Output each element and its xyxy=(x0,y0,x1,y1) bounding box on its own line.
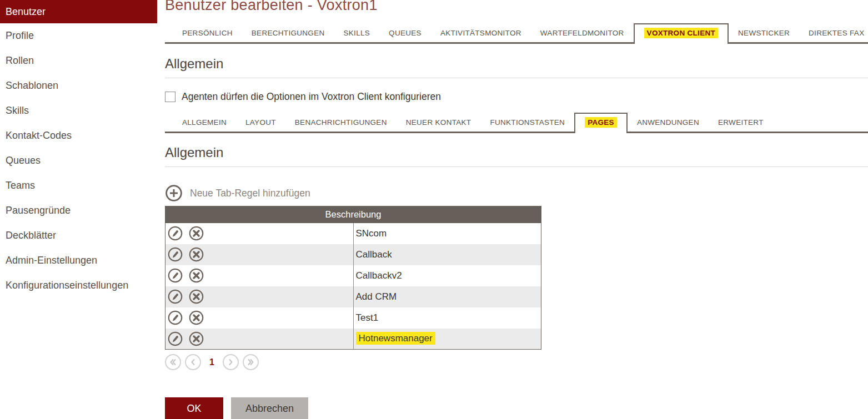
sidebar: Benutzer Profile Rollen Schablonen Skill… xyxy=(0,0,157,419)
sidebar-item-benutzer[interactable]: Benutzer xyxy=(0,0,157,23)
subtab-anwendungen[interactable]: ANWENDUNGEN xyxy=(628,114,709,132)
delete-button[interactable] xyxy=(189,268,204,283)
subtab-benachrichtigungen[interactable]: BENACHRICHTIGUNGEN xyxy=(285,114,397,132)
delete-x-icon xyxy=(189,226,204,241)
table-row: SNcom xyxy=(165,223,541,244)
sidebar-item-profile[interactable]: Profile xyxy=(0,23,157,48)
tab-rules-table: Beschreibung SNcom xyxy=(165,206,541,350)
edit-pencil-icon xyxy=(168,310,183,325)
prev-page-button[interactable] xyxy=(185,354,201,370)
edit-button[interactable] xyxy=(168,289,183,304)
next-page-icon xyxy=(226,357,235,367)
subtab-neuer-kontakt[interactable]: NEUER KONTAKT xyxy=(397,114,481,132)
tab-voxtron-client[interactable]: VOXTRON CLIENT xyxy=(634,23,729,44)
delete-x-icon xyxy=(189,268,204,283)
page-title: Benutzer bearbeiten - Voxtron1 xyxy=(165,0,868,14)
edit-pencil-icon xyxy=(168,226,183,241)
main-content: Benutzer bearbeiten - Voxtron1 PERSÖNLIC… xyxy=(165,0,868,419)
edit-button[interactable] xyxy=(168,226,183,241)
agent-options-checkbox-row: Agenten dürfen die Optionen im Voxtron C… xyxy=(165,91,868,103)
table-header-beschreibung: Beschreibung xyxy=(165,206,541,223)
delete-button[interactable] xyxy=(189,331,204,346)
tab-skills[interactable]: SKILLS xyxy=(334,24,380,42)
plus-circle-icon xyxy=(165,184,183,202)
current-page-number: 1 xyxy=(209,357,214,367)
tab-aktivitätsmonitor[interactable]: AKTIVITÄTSMONITOR xyxy=(431,24,531,42)
action-buttons: OK Abbrechen xyxy=(165,397,868,419)
table-row: Hotnewsmanager xyxy=(165,329,541,350)
delete-button[interactable] xyxy=(189,289,204,304)
edit-pencil-icon xyxy=(168,331,183,346)
sidebar-item-admin-einstellungen[interactable]: Admin-Einstellungen xyxy=(0,248,157,273)
edit-button[interactable] xyxy=(168,268,183,283)
delete-x-icon xyxy=(189,331,204,346)
rule-description: Callback xyxy=(356,249,392,260)
tab-berechtigungen[interactable]: BERECHTIGUNGEN xyxy=(242,24,334,42)
main-tabbar: PERSÖNLICH BERECHTIGUNGEN SKILLS QUEUES … xyxy=(165,23,868,44)
delete-button[interactable] xyxy=(189,310,204,325)
delete-x-icon xyxy=(189,310,204,325)
subtab-layout[interactable]: LAYOUT xyxy=(236,114,285,132)
sidebar-item-schablonen[interactable]: Schablonen xyxy=(0,73,157,98)
first-page-icon xyxy=(168,357,178,367)
sidebar-item-kontakt-codes[interactable]: Kontakt-Codes xyxy=(0,123,157,148)
subtab-allgemein[interactable]: ALLGEMEIN xyxy=(173,114,236,132)
edit-pencil-icon xyxy=(168,247,183,262)
table-row: Callbackv2 xyxy=(165,265,541,286)
tab-persönlich[interactable]: PERSÖNLICH xyxy=(173,24,242,42)
edit-pencil-icon xyxy=(168,289,183,304)
subtab-funktionstasten[interactable]: FUNKTIONSTASTEN xyxy=(480,114,574,132)
sub-tabbar: ALLGEMEIN LAYOUT BENACHRICHTIGUNGEN NEUE… xyxy=(165,113,868,133)
tab-newsticker[interactable]: NEWSTICKER xyxy=(729,24,799,42)
edit-pencil-icon xyxy=(168,268,183,283)
delete-x-icon xyxy=(189,247,204,262)
sidebar-item-pausengründe[interactable]: Pausengründe xyxy=(0,198,157,223)
rule-description: Add CRM xyxy=(356,291,397,302)
sidebar-item-rollen[interactable]: Rollen xyxy=(0,48,157,73)
edit-button[interactable] xyxy=(168,310,183,325)
cancel-button[interactable]: Abbrechen xyxy=(231,397,308,419)
subtab-erweitert[interactable]: ERWEITERT xyxy=(709,114,773,132)
next-page-button[interactable] xyxy=(223,354,239,370)
first-page-button[interactable] xyxy=(165,354,181,370)
table-body: SNcom Callback xyxy=(165,223,541,350)
tab-direktes-fax[interactable]: DIREKTES FAX xyxy=(799,24,868,42)
last-page-icon xyxy=(246,357,255,367)
delete-button[interactable] xyxy=(189,226,204,241)
sidebar-item-skills[interactable]: Skills xyxy=(0,98,157,123)
sidebar-item-queues[interactable]: Queues xyxy=(0,148,157,173)
section-heading-allgemein-2: Allgemein xyxy=(165,145,868,167)
ok-button[interactable]: OK xyxy=(165,397,223,419)
rule-description: Hotnewsmanager xyxy=(356,332,435,345)
rule-description: SNcom xyxy=(356,228,387,239)
add-tab-rule-row: Neue Tab-Regel hinzufügen xyxy=(165,183,868,203)
table-row: Callback xyxy=(165,244,541,265)
subtab-pages[interactable]: PAGES xyxy=(574,113,628,133)
sidebar-item-konfigurationseinstellungen[interactable]: Konfigurationseinstellungen xyxy=(0,273,157,298)
last-page-button[interactable] xyxy=(243,354,259,370)
delete-button[interactable] xyxy=(189,247,204,262)
add-tab-rule-button[interactable] xyxy=(165,184,183,202)
edit-button[interactable] xyxy=(168,247,183,262)
delete-x-icon xyxy=(189,289,204,304)
prev-page-icon xyxy=(188,357,198,367)
sidebar-item-deckblätter[interactable]: Deckblätter xyxy=(0,223,157,248)
edit-button[interactable] xyxy=(168,331,183,346)
pagination: 1 xyxy=(165,354,868,370)
table-row: Add CRM xyxy=(165,286,541,307)
rule-description: Callbackv2 xyxy=(356,270,402,281)
add-tab-rule-label: Neue Tab-Regel hinzufügen xyxy=(190,188,310,199)
table-row: Test1 xyxy=(165,307,541,329)
tab-wartefeldmonitor[interactable]: WARTEFELDMONITOR xyxy=(531,24,634,42)
section-heading-allgemein: Allgemein xyxy=(165,56,868,78)
sidebar-item-teams[interactable]: Teams xyxy=(0,173,157,198)
tab-queues[interactable]: QUEUES xyxy=(379,24,431,42)
rule-description: Test1 xyxy=(356,312,379,323)
agent-options-checkbox-label: Agenten dürfen die Optionen im Voxtron C… xyxy=(182,91,441,103)
agent-options-checkbox[interactable] xyxy=(165,92,175,102)
